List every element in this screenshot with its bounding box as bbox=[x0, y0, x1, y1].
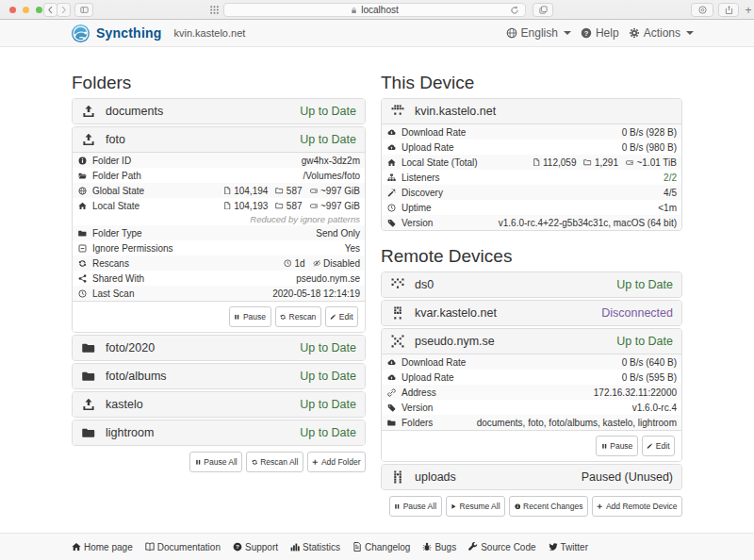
minus-square-icon bbox=[78, 244, 87, 253]
upload-icon bbox=[82, 105, 95, 118]
browser-forward-button[interactable] bbox=[57, 3, 71, 17]
plus-icon bbox=[312, 459, 319, 466]
edit-button[interactable]: Edit bbox=[642, 436, 675, 456]
detail-row-upload-rate: Upload Rate0 B/s (980 B) bbox=[382, 140, 681, 155]
help-icon bbox=[233, 542, 242, 552]
detail-label: Upload Rate bbox=[402, 142, 454, 153]
footer-link-home-page[interactable]: Home page bbox=[72, 542, 133, 552]
detail-row-global-state: Global State104,194587~997 GiB bbox=[73, 183, 365, 198]
footer-link-twitter[interactable]: Twitter bbox=[549, 542, 588, 552]
id-ds0-icon bbox=[391, 278, 404, 291]
id-uploads-icon bbox=[391, 470, 404, 484]
detail-value: 0 B/s (928 B) bbox=[622, 127, 677, 138]
detail-label: Upload Rate bbox=[402, 372, 454, 383]
syncthing-logo-icon bbox=[72, 25, 90, 42]
file-o-icon bbox=[533, 158, 541, 167]
device-panel-header-pseudo-nym-se[interactable]: pseudo.nym.seUp to Date bbox=[382, 329, 681, 354]
folders-column: Folders documentsUp to DatefotoUp to Dat… bbox=[72, 47, 366, 517]
browser-tab-overview-button[interactable] bbox=[533, 3, 553, 17]
add-remote-device-button[interactable]: Add Remote Device bbox=[592, 496, 682, 517]
navbar-item-english[interactable]: English bbox=[506, 26, 571, 40]
bug-icon bbox=[422, 542, 432, 552]
detail-value: 2020-05-18 12:14:19 bbox=[272, 288, 360, 299]
detail-value: Yes bbox=[345, 243, 360, 254]
button-label: Pause All bbox=[403, 502, 436, 511]
button-label: Add Remote Device bbox=[606, 502, 678, 511]
footer-link-label: Support bbox=[245, 542, 278, 552]
panel-footer: PauseEdit bbox=[382, 430, 681, 461]
browser-sidebar-button[interactable] bbox=[74, 3, 93, 17]
rescan-all-button[interactable]: Rescan All bbox=[246, 452, 303, 472]
footer-link-bugs[interactable]: Bugs bbox=[422, 542, 456, 552]
this-device-heading: This Device bbox=[381, 73, 682, 92]
folder-name: documents bbox=[106, 105, 163, 118]
browser-topsites-button[interactable] bbox=[205, 3, 223, 17]
traffic-light-zoom[interactable] bbox=[36, 7, 42, 13]
device-panel-header-kvin-kastelo-net[interactable]: kvin.kastelo.net bbox=[382, 99, 681, 124]
info-icon bbox=[515, 503, 521, 510]
info-icon bbox=[78, 156, 87, 165]
device-panel-header-ds0[interactable]: ds0Up to Date bbox=[382, 272, 681, 297]
detail-label: Address bbox=[402, 387, 436, 398]
browser-back-button[interactable] bbox=[43, 3, 57, 17]
brand-title[interactable]: Syncthing bbox=[96, 25, 161, 41]
navbar-item-actions[interactable]: Actions bbox=[629, 26, 694, 40]
browser-address-bar[interactable]: localhost bbox=[223, 3, 526, 17]
detail-label: Folders bbox=[402, 418, 433, 428]
detail-label: Ignore Permissions bbox=[92, 243, 173, 254]
detail-value: 0 B/s (595 B) bbox=[622, 372, 677, 383]
share-icon bbox=[78, 274, 87, 283]
lock-icon bbox=[351, 7, 357, 14]
detail-row-local-state: Local State104,193587~997 GiB bbox=[73, 198, 365, 213]
chevron-right-icon bbox=[59, 6, 68, 14]
browser-url: localhost bbox=[361, 5, 398, 15]
footer-link-changelog[interactable]: Changelog bbox=[352, 542, 410, 552]
button-label: Pause bbox=[243, 312, 266, 321]
detail-label: Local State (Total) bbox=[402, 157, 478, 168]
pause-button[interactable]: Pause bbox=[596, 436, 638, 456]
folder-panel-header-foto-2020[interactable]: foto/2020Up to Date bbox=[73, 336, 365, 360]
folder-panel-header-lightroom[interactable]: lightroomUp to Date bbox=[73, 420, 365, 445]
browser-extension-button[interactable] bbox=[691, 3, 713, 17]
file-o-icon bbox=[223, 202, 232, 210]
pause-button[interactable]: Pause bbox=[229, 306, 271, 327]
edit-button[interactable]: Edit bbox=[325, 306, 358, 327]
footer-link-documentation[interactable]: Documentation bbox=[145, 542, 221, 552]
hdd-icon bbox=[310, 187, 319, 195]
browser-chrome: localhost + bbox=[0, 0, 754, 20]
pause-all-button[interactable]: Pause All bbox=[389, 496, 442, 517]
recent-changes-button[interactable]: Recent Changes bbox=[509, 496, 588, 517]
rescan-button[interactable]: Rescan bbox=[275, 306, 321, 327]
navbar-item-label: Actions bbox=[644, 26, 680, 40]
browser-new-tab-button[interactable]: + bbox=[743, 3, 754, 17]
folder-panel-header-foto-albums[interactable]: foto/albumsUp to Date bbox=[73, 364, 365, 388]
device-panel-header-kvar-kastelo-net[interactable]: kvar.kastelo.netDisconnected bbox=[382, 301, 681, 325]
pause-all-button[interactable]: Pause All bbox=[189, 452, 242, 472]
footer-link-label: Home page bbox=[84, 542, 133, 552]
detail-row-version: Versionv1.6.0-rc.4 bbox=[382, 400, 681, 415]
folder-panel-header-kastelo[interactable]: kasteloUp to Date bbox=[73, 392, 365, 417]
hdd-icon bbox=[626, 158, 634, 167]
navbar-item-help[interactable]: Help bbox=[581, 26, 619, 40]
footer-link-source-code[interactable]: Source Code bbox=[468, 542, 535, 552]
resume-all-button[interactable]: Resume All bbox=[446, 496, 506, 517]
traffic-light-close[interactable] bbox=[9, 7, 16, 13]
syncthing-logo[interactable] bbox=[72, 25, 90, 42]
folder-panel-lightroom: lightroomUp to Date bbox=[72, 420, 366, 446]
device-panel-header-uploads[interactable]: uploadsPaused (Unused) bbox=[382, 465, 681, 489]
traffic-light-minimize[interactable] bbox=[23, 7, 29, 13]
folder-name: foto/albums bbox=[106, 370, 167, 383]
footer-link-statistics[interactable]: Statistics bbox=[290, 542, 340, 552]
dir-count: 1,291 bbox=[595, 157, 618, 168]
browser-share-button[interactable] bbox=[718, 3, 739, 17]
refresh-icon bbox=[252, 459, 258, 466]
reload-icon[interactable] bbox=[510, 6, 519, 15]
device-panel-ds0: ds0Up to Date bbox=[381, 272, 682, 298]
sidebar-icon bbox=[80, 6, 89, 14]
add-folder-button[interactable]: Add Folder bbox=[307, 452, 366, 472]
folder-panel-header-documents[interactable]: documentsUp to Date bbox=[73, 99, 365, 124]
folder-status: Up to Date bbox=[300, 341, 356, 354]
footer-link-support[interactable]: Support bbox=[233, 542, 278, 552]
play-icon bbox=[451, 503, 457, 510]
folder-panel-header-foto[interactable]: fotoUp to Date bbox=[73, 127, 365, 153]
